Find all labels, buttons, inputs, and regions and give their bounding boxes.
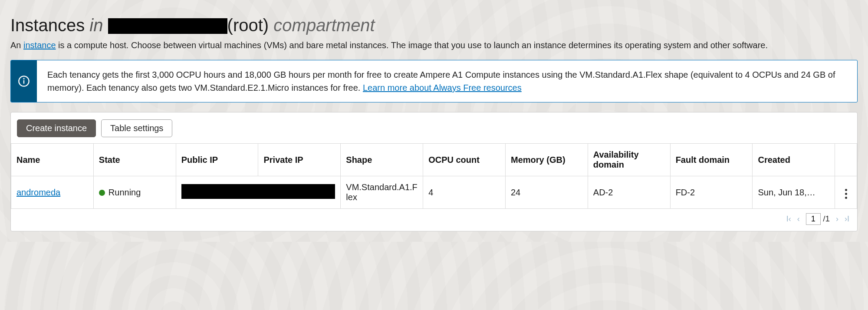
instance-fd: FD-2 [670,176,753,209]
page-total: /1 [823,214,830,223]
col-state[interactable]: State [93,144,176,176]
title-compartment: compartment [273,16,375,35]
page-title: Instances in (root) compartment [10,16,858,35]
col-memory[interactable]: Memory (GB) [505,144,588,176]
row-actions [835,176,857,209]
desc-before: An [10,40,23,50]
info-text: Each tenancy gets the first 3,000 OCPU h… [37,60,857,102]
page-first-icon[interactable]: I‹ [786,214,791,224]
col-ad[interactable]: Availability domain [588,144,670,176]
banner-link[interactable]: Learn more about Always Free resources [363,83,522,92]
col-private-ip[interactable]: Private IP [258,144,341,176]
col-ocpu[interactable]: OCPU count [423,144,506,176]
state-dot-icon [99,190,105,196]
instance-link[interactable]: instance [23,40,56,50]
page-input-wrap: /1 [806,213,830,225]
col-created[interactable]: Created [753,144,835,176]
svg-point-2 [23,79,24,79]
page-prev-icon[interactable]: ‹ [797,214,800,224]
instances-table: Name State Public IP Private IP Shape OC… [11,143,857,209]
instance-shape: VM.Standard.A1.Flex [341,176,423,209]
instance-ad: AD-2 [588,176,670,209]
instance-created: Sun, Jun 18,… [753,176,835,209]
state-text: Running [108,188,141,197]
table-settings-button[interactable]: Table settings [101,119,172,137]
toolbar: Create instance Table settings [11,118,857,143]
instance-state: Running [93,176,176,209]
kebab-menu-icon[interactable] [842,186,850,201]
title-root: (root) [227,16,269,35]
create-instance-button[interactable]: Create instance [17,119,96,137]
page-current-input[interactable] [806,213,821,225]
col-shape[interactable]: Shape [341,144,423,176]
title-prefix: Instances [10,16,85,35]
page-next-icon[interactable]: › [836,214,838,224]
desc-after: is a compute host. Choose between virtua… [56,40,768,50]
col-public-ip[interactable]: Public IP [176,144,258,176]
instance-name-link[interactable]: andromeda [16,188,60,197]
info-icon [11,60,37,102]
col-actions [835,144,857,176]
ip-redacted [181,184,335,199]
page-description: An instance is a compute host. Choose be… [10,40,858,50]
pagination: I‹ ‹ /1 › ›I [11,209,857,231]
title-in: in [89,16,103,35]
info-banner: Each tenancy gets the first 3,000 OCPU h… [10,60,858,102]
title-redacted [108,18,227,34]
instances-panel: Create instance Table settings Name Stat… [10,112,858,231]
col-fd[interactable]: Fault domain [670,144,753,176]
table-row: andromeda Running VM.Standard.A1.Flex 4 … [11,176,857,209]
instance-ocpu: 4 [423,176,506,209]
page-last-icon[interactable]: ›I [845,214,849,224]
instance-public-ip [176,176,341,209]
col-name[interactable]: Name [11,144,94,176]
page-total-value: 1 [825,214,830,223]
instance-memory: 24 [505,176,588,209]
